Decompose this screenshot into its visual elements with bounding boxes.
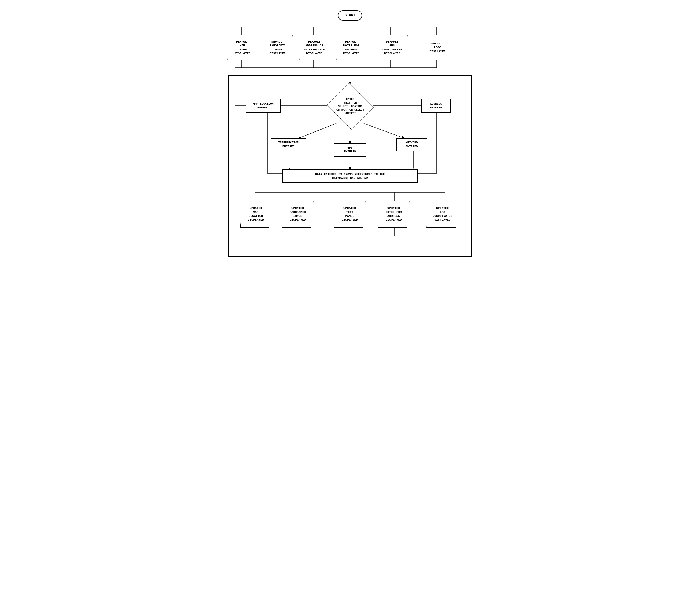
default-gps-node: DEFAULT GPS COORDINATES DISPLAYED bbox=[377, 35, 408, 60]
updated-text-node: UPDATED TEXT PANEL DISPLAYED bbox=[334, 201, 366, 228]
data-cross-ref-node: DATA ENTERED IS CROSS REFERENCED IN THE … bbox=[282, 169, 418, 183]
map-location-node: MAP LOCATION ENTERED bbox=[246, 99, 281, 113]
updated-gps-node: UPDATED GPS COORDINATES DISPLAYED bbox=[426, 201, 458, 228]
start-node: START bbox=[338, 10, 362, 21]
keyword-node: KEYWORD ENTERED bbox=[396, 138, 427, 151]
default-logo-node: DEFAULT LOGO DISPLAYED bbox=[423, 35, 452, 60]
updated-map-node: UPDATED MAP LOCATION DISPLAYED bbox=[240, 201, 271, 228]
gps-node: GPS ENTERED bbox=[334, 143, 366, 157]
address-node: ADDRESS ENTERED bbox=[421, 99, 451, 113]
default-panoramic-node: DEFAULT PANORAMIC IMAGE DISPLAYED bbox=[263, 35, 293, 60]
flowchart-diagram: START DEFAULT MAP IMAGE DISPLAYED DEFAUL… bbox=[220, 5, 480, 276]
enter-text-diamond: ENTER TEXT, OR SELECT LOCATION ON MAP, O… bbox=[326, 83, 375, 129]
intersection-node: INTERSECTION ENTERED bbox=[271, 138, 306, 151]
updated-notes-node: UPDATED NOTES FOR ADDRESS DISPLAYED bbox=[378, 201, 410, 228]
default-address-node: DEFAULT ADDRESS OR INTERSECTION DISPLAYE… bbox=[299, 35, 329, 60]
default-map-node: DEFAULT MAP IMAGE DISPLAYED bbox=[227, 35, 257, 60]
updated-panoramic-node: UPDATED PANORAMIC IMAGE DISPLAYED bbox=[282, 201, 314, 228]
default-notes-node: DEFAULT NOTES FOR ADDRESS DISPLAYED bbox=[336, 35, 366, 60]
